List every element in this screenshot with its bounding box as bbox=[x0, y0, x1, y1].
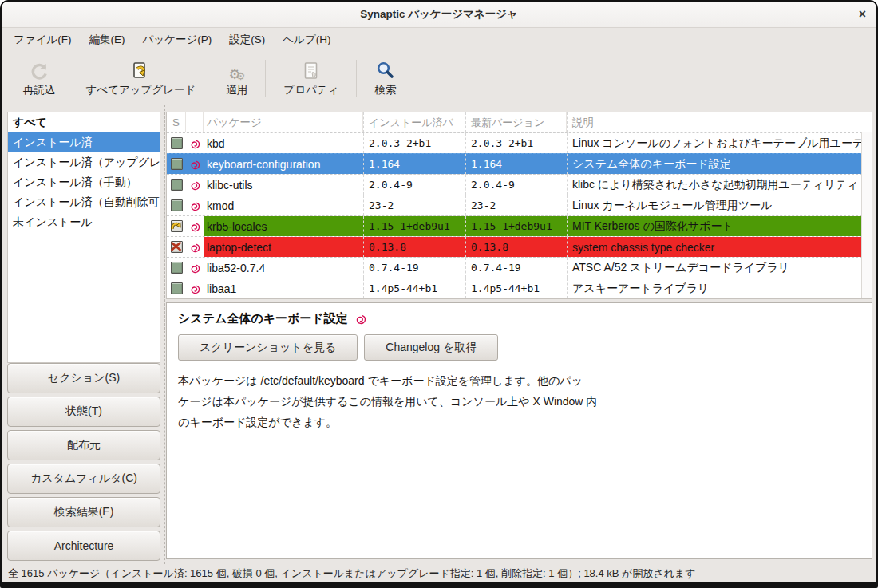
package-description: Linux カーネルモジュール管理用ツール bbox=[567, 195, 862, 215]
header-package[interactable]: パッケージ bbox=[204, 112, 363, 132]
sidebar: すべて インストール済 インストール済（アップグレ インストール済（手動） イン… bbox=[2, 105, 165, 564]
installed-version: 2.0.4-9 bbox=[363, 175, 465, 195]
installed-checkbox-icon[interactable] bbox=[167, 195, 186, 215]
detail-description-line: のキーボード設定ができます。 bbox=[178, 412, 860, 432]
apply-button[interactable]: ⚙⚙ 適用 bbox=[211, 52, 263, 105]
table-row-marked-remove[interactable]: laptop-detect 0.13.8 0.13.8 system chass… bbox=[167, 236, 862, 257]
search-label: 検索 bbox=[374, 83, 396, 97]
sections-button[interactable]: セクション(S) bbox=[7, 363, 160, 393]
vertical-scrollbar[interactable] bbox=[861, 132, 872, 298]
main-pane: S パッケージ インストール済バ 最新バージョン 説明 kbd 2.0.3-2+… bbox=[165, 105, 876, 564]
latest-version: 0.7.4-19 bbox=[465, 258, 567, 278]
package-description: MIT Kerberos の国際化サポート bbox=[567, 216, 862, 236]
filter-all[interactable]: すべて bbox=[8, 112, 160, 132]
title-bar[interactable]: Synaptic パッケージマネージャ × bbox=[2, 2, 876, 28]
architecture-button[interactable]: Architecture bbox=[7, 531, 160, 561]
installed-checkbox-icon[interactable] bbox=[167, 133, 186, 153]
latest-version: 1.164 bbox=[465, 154, 567, 174]
header-installed-version[interactable]: インストール済バ bbox=[363, 112, 465, 132]
latest-version: 1.15-1+deb9u1 bbox=[465, 216, 567, 236]
table-row[interactable]: kmod 23-2 23-2 Linux カーネルモジュール管理用ツール bbox=[167, 195, 862, 215]
filter-installed-upgradable[interactable]: インストール済（アップグレ bbox=[8, 152, 160, 172]
search-button[interactable]: 検索 bbox=[359, 52, 411, 105]
apply-label: 適用 bbox=[226, 83, 247, 97]
installed-version: 1.15-1+deb9u1 bbox=[363, 216, 465, 236]
installed-checkbox-icon[interactable] bbox=[167, 154, 186, 174]
filter-installed-manual[interactable]: インストール済（手動） bbox=[8, 172, 160, 192]
header-latest-version[interactable]: 最新バージョン bbox=[465, 112, 567, 132]
table-row[interactable]: liba52-0.7.4 0.7.4-19 0.7.4-19 ATSC A/52… bbox=[167, 257, 862, 278]
marked-remove-icon[interactable] bbox=[167, 237, 186, 257]
reload-icon bbox=[29, 59, 49, 81]
detail-title-row: システム全体のキーボード設定 bbox=[178, 311, 860, 326]
debian-swirl-icon bbox=[186, 175, 204, 195]
installed-version: 2.0.3-2+b1 bbox=[363, 133, 465, 153]
search-results-button[interactable]: 検索結果(E) bbox=[7, 497, 160, 527]
detail-description-line: ケージは本パッケージが提供するこの情報を用いて、コンソール上や X Window… bbox=[178, 391, 860, 412]
package-name: keyboard-configuration bbox=[204, 154, 363, 174]
filter-list: すべて インストール済 インストール済（アップグレ インストール済（手動） イン… bbox=[7, 112, 160, 363]
package-description: ATSC A/52 ストリームデコードライブラリ bbox=[567, 258, 862, 278]
detail-buttons: スクリーンショットを見る Changelog を取得 bbox=[178, 334, 860, 361]
reload-label: 再読込 bbox=[23, 83, 56, 97]
table-row[interactable]: kbd 2.0.3-2+b1 2.0.3-2+b1 Linux コンソールのフォ… bbox=[167, 132, 862, 153]
installed-version: 1.4p5-44+b1 bbox=[363, 278, 465, 298]
debian-swirl-icon bbox=[354, 313, 366, 325]
table-row-marked-upgrade[interactable]: krb5-locales 1.15-1+deb9u1 1.15-1+deb9u1… bbox=[167, 215, 862, 236]
close-icon[interactable]: × bbox=[859, 2, 866, 27]
header-icon[interactable] bbox=[186, 112, 204, 132]
view-screenshot-button[interactable]: スクリーンショットを見る bbox=[178, 334, 358, 361]
menu-help[interactable]: ヘルプ(H) bbox=[274, 28, 339, 52]
properties-label: プロパティ bbox=[283, 83, 338, 97]
table-row-selected[interactable]: keyboard-configuration 1.164 1.164 システム全… bbox=[167, 153, 862, 174]
debian-swirl-icon bbox=[186, 258, 204, 278]
package-name: kbd bbox=[204, 133, 363, 153]
latest-version: 2.0.4-9 bbox=[465, 175, 567, 195]
upgrade-all-label: すべてアップグレード bbox=[86, 83, 196, 97]
menu-package[interactable]: パッケージ(P) bbox=[134, 28, 221, 52]
origin-button[interactable]: 配布元 bbox=[7, 430, 160, 460]
installed-checkbox-icon[interactable] bbox=[167, 278, 186, 298]
installed-checkbox-icon[interactable] bbox=[167, 258, 186, 278]
custom-filters-button[interactable]: カスタムフィルタ(C) bbox=[7, 464, 160, 494]
package-description: アスキーアートライブラリ bbox=[567, 278, 862, 298]
package-name: liba52-0.7.4 bbox=[204, 258, 363, 278]
upgrade-all-button[interactable]: すべてアップグレード bbox=[71, 52, 212, 105]
debian-swirl-icon bbox=[186, 278, 204, 298]
reload-button[interactable]: 再読込 bbox=[8, 52, 71, 105]
header-status[interactable]: S bbox=[167, 112, 186, 132]
filter-installed[interactable]: インストール済 bbox=[8, 132, 160, 152]
debian-swirl-icon bbox=[186, 154, 204, 174]
filter-installed-autoremovable[interactable]: インストール済（自動削除可 bbox=[8, 192, 160, 212]
package-name: krb5-locales bbox=[204, 216, 363, 236]
filter-not-installed[interactable]: 未インストール bbox=[8, 212, 160, 232]
installed-checkbox-icon[interactable] bbox=[167, 175, 186, 195]
table-row[interactable]: klibc-utils 2.0.4-9 2.0.4-9 klibc により構築さ… bbox=[167, 174, 862, 195]
installed-version: 23-2 bbox=[363, 195, 465, 215]
status-button[interactable]: 状態(T) bbox=[7, 397, 160, 427]
latest-version: 1.4p5-44+b1 bbox=[465, 278, 567, 298]
package-name: libaa1 bbox=[204, 278, 363, 298]
toolbar-separator bbox=[265, 60, 266, 97]
table-row[interactable]: libaa1 1.4p5-44+b1 1.4p5-44+b1 アスキーアートライ… bbox=[167, 278, 862, 298]
latest-version: 0.13.8 bbox=[465, 237, 567, 257]
marked-upgrade-icon[interactable] bbox=[167, 216, 186, 236]
package-description: system chassis type checker bbox=[567, 237, 862, 257]
get-changelog-button[interactable]: Changelog を取得 bbox=[364, 334, 498, 361]
header-description[interactable]: 説明 bbox=[567, 112, 862, 132]
content-area: すべて インストール済 インストール済（アップグレ インストール済（手動） イン… bbox=[2, 105, 876, 564]
menu-settings[interactable]: 設定(S) bbox=[220, 28, 274, 52]
menu-file[interactable]: ファイル(F) bbox=[5, 28, 81, 52]
installed-version: 1.164 bbox=[363, 154, 465, 174]
package-description: klibc により構築された小さな起動初期用ユーティリティ bbox=[567, 175, 862, 195]
installed-version: 0.13.8 bbox=[363, 237, 465, 257]
menu-edit[interactable]: 編集(E) bbox=[81, 28, 134, 52]
package-detail-pane: システム全体のキーボード設定 スクリーンショットを見る Changelog を取… bbox=[166, 302, 872, 559]
properties-button[interactable]: プロパティ bbox=[268, 52, 354, 105]
synaptic-window: Synaptic パッケージマネージャ × ファイル(F) 編集(E) パッケー… bbox=[0, 0, 878, 588]
table-header: S パッケージ インストール済バ 最新バージョン 説明 bbox=[167, 112, 862, 132]
detail-title: システム全体のキーボード設定 bbox=[178, 311, 348, 326]
debian-swirl-icon bbox=[186, 133, 204, 153]
apply-gears-icon: ⚙⚙ bbox=[228, 59, 245, 81]
debian-swirl-icon bbox=[186, 216, 204, 236]
